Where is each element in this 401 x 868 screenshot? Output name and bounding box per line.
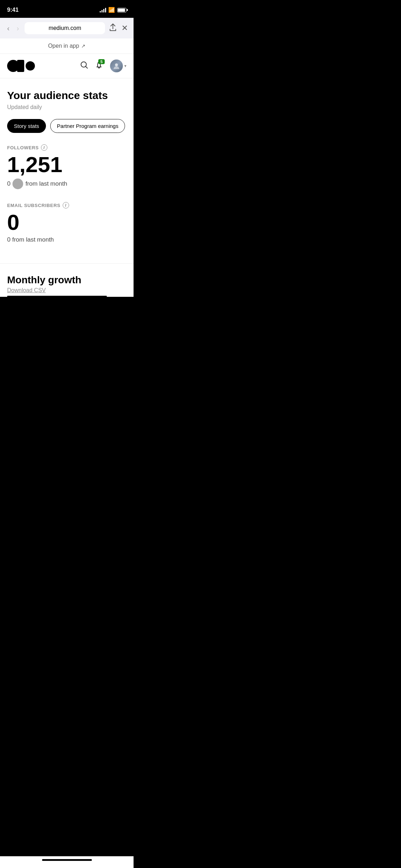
email-subscribers-label: EMAIL SUBSCRIBERS i (7, 202, 126, 208)
tab-row: Story stats Partner Program earnings (7, 119, 126, 133)
page-subtitle: Updated daily (7, 104, 126, 110)
followers-label: FOLLOWERS i (7, 144, 126, 151)
svg-point-2 (115, 63, 118, 66)
partner-program-tab[interactable]: Partner Program earnings (50, 119, 125, 133)
followers-info-icon[interactable]: i (41, 144, 47, 151)
story-stats-tab[interactable]: Story stats (7, 119, 46, 133)
avatar-button[interactable]: ▾ (110, 60, 126, 72)
followers-change-suffix: from last month (25, 180, 67, 187)
toolbar-actions: ✕ (109, 24, 128, 33)
email-subscribers-change: 0 from last month (7, 236, 126, 243)
logo-circle-right (26, 61, 35, 71)
search-button[interactable] (80, 61, 88, 71)
forward-button[interactable]: › (15, 23, 21, 34)
share-icon[interactable] (109, 24, 116, 33)
svg-line-1 (86, 67, 88, 68)
status-bar: 9:41 📶 (0, 0, 134, 18)
header-actions: 5 ▾ (80, 60, 126, 72)
open-in-app-label: Open in app (48, 43, 79, 49)
chevron-down-icon: ▾ (124, 63, 126, 68)
download-csv-link[interactable]: Download CSV (7, 287, 46, 293)
logo-rect (17, 60, 24, 72)
content-area: Your audience stats Updated daily Story … (0, 78, 134, 263)
followers-change: 0 from last month (7, 179, 126, 189)
browser-toolbar: ‹ › medium.com ✕ (0, 18, 134, 38)
monthly-growth-section: Monthly growth Download CSV (0, 263, 134, 297)
followers-change-dot (12, 179, 23, 189)
open-in-app-arrow-icon: ↗ (81, 43, 85, 49)
wifi-icon: 📶 (108, 7, 115, 13)
status-icons: 📶 (100, 7, 126, 13)
address-bar[interactable]: medium.com (25, 22, 105, 34)
followers-section: FOLLOWERS i 1,251 0 from last month (7, 144, 126, 189)
email-subscribers-info-icon[interactable]: i (63, 202, 69, 208)
email-subscribers-section: EMAIL SUBSCRIBERS i 0 0 from last month (7, 202, 126, 243)
status-time: 9:41 (7, 7, 19, 13)
notification-badge: 5 (98, 59, 105, 64)
email-subscribers-change-text: 0 from last month (7, 236, 54, 243)
back-button[interactable]: ‹ (6, 23, 11, 34)
battery-icon (117, 8, 126, 12)
medium-logo[interactable] (7, 60, 35, 72)
notification-button[interactable]: 5 (95, 61, 103, 71)
close-icon[interactable]: ✕ (121, 24, 128, 33)
signal-icon (100, 7, 106, 12)
spacer (0, 297, 134, 325)
followers-value: 1,251 (7, 154, 126, 176)
page-content: Open in app ↗ 5 (0, 38, 134, 297)
page-title: Your audience stats (7, 89, 126, 102)
monthly-growth-title: Monthly growth (7, 274, 126, 286)
followers-change-text: 0 (7, 180, 10, 187)
medium-header: 5 ▾ (0, 54, 134, 78)
open-in-app-bar[interactable]: Open in app ↗ (0, 38, 134, 54)
email-subscribers-value: 0 (7, 211, 126, 233)
avatar (110, 60, 123, 72)
browser-chrome: ‹ › medium.com ✕ (0, 18, 134, 38)
